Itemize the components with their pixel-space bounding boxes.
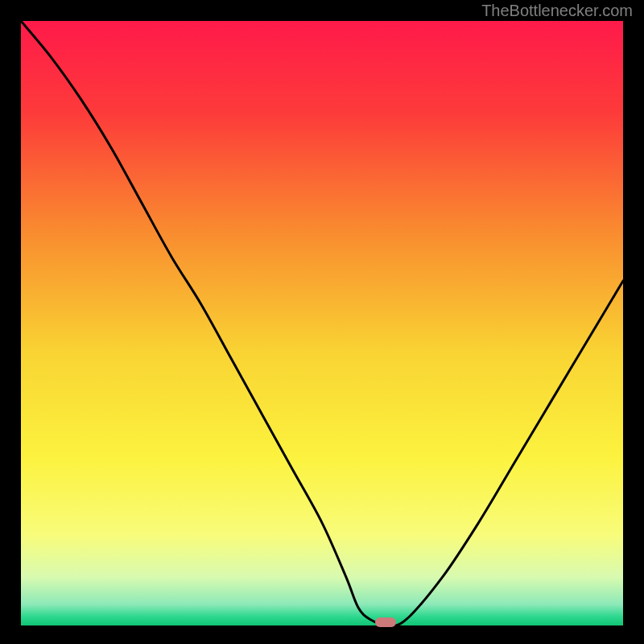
chart-container: TheBottlenecker.com [0,0,644,644]
curve-layer [21,21,623,625]
bottleneck-curve [21,21,623,625]
watermark-text: TheBottlenecker.com [481,2,633,20]
plot-area [21,21,623,625]
optimal-marker [375,617,396,627]
